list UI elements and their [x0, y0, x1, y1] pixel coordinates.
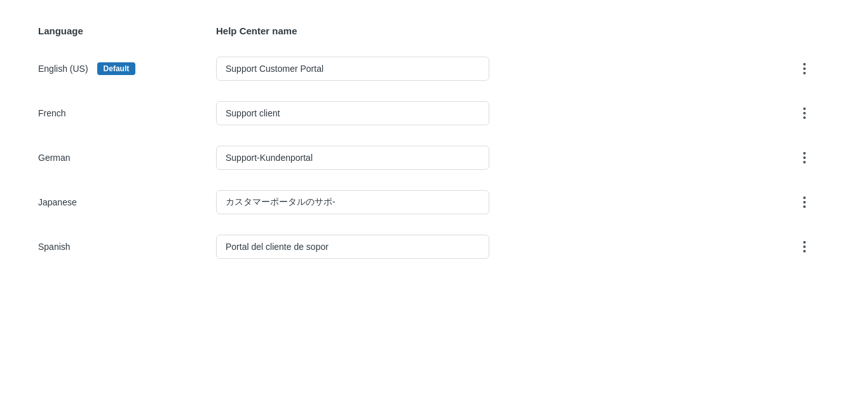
- name-input-cell-french: [216, 101, 792, 125]
- language-label-french: French: [38, 108, 66, 118]
- language-label-japanese: Japanese: [38, 197, 77, 207]
- table-header: Language Help Center name: [38, 25, 830, 36]
- actions-cell-german: [792, 148, 817, 167]
- ellipsis-dot: [803, 250, 806, 252]
- language-cell-german: German: [38, 153, 216, 163]
- name-input-spanish[interactable]: [216, 235, 489, 259]
- ellipsis-dot: [803, 201, 806, 203]
- name-input-cell-german: [216, 146, 792, 170]
- ellipsis-dot: [803, 112, 806, 114]
- ellipsis-dot: [803, 63, 806, 66]
- name-input-japanese[interactable]: [216, 190, 489, 214]
- actions-cell-french: [792, 104, 817, 123]
- more-options-button-english-us[interactable]: [799, 59, 810, 78]
- name-input-german[interactable]: [216, 146, 489, 170]
- actions-cell-spanish: [792, 237, 817, 256]
- ellipsis-dot: [803, 197, 806, 199]
- ellipsis-dot: [803, 156, 806, 159]
- help-center-name-column-header: Help Center name: [216, 25, 792, 36]
- ellipsis-dot: [803, 161, 806, 163]
- table-body: English (US)DefaultFrenchGermanJapaneseS…: [38, 57, 830, 259]
- language-label-english-us: English (US): [38, 64, 88, 74]
- language-cell-japanese: Japanese: [38, 197, 216, 207]
- name-input-cell-english-us: [216, 57, 792, 81]
- ellipsis-dot: [803, 107, 806, 110]
- table-row: German: [38, 146, 830, 170]
- language-column-header: Language: [38, 25, 216, 36]
- ellipsis-dot: [803, 152, 806, 155]
- language-cell-spanish: Spanish: [38, 242, 216, 252]
- more-options-button-german[interactable]: [799, 148, 810, 167]
- main-container: Language Help Center name English (US)De…: [0, 0, 868, 305]
- language-cell-french: French: [38, 108, 216, 118]
- ellipsis-dot: [803, 116, 806, 119]
- table-row: Spanish: [38, 235, 830, 259]
- ellipsis-dot: [803, 241, 806, 244]
- name-input-french[interactable]: [216, 101, 489, 125]
- name-input-cell-japanese: [216, 190, 792, 214]
- ellipsis-dot: [803, 67, 806, 70]
- ellipsis-dot: [803, 245, 806, 248]
- table-row: English (US)Default: [38, 57, 830, 81]
- ellipsis-dot: [803, 72, 806, 74]
- table-row: Japanese: [38, 190, 830, 214]
- actions-cell-english-us: [792, 59, 817, 78]
- more-options-button-spanish[interactable]: [799, 237, 810, 256]
- more-options-button-japanese[interactable]: [799, 193, 810, 212]
- name-input-english-us[interactable]: [216, 57, 489, 81]
- actions-cell-japanese: [792, 193, 817, 212]
- language-label-german: German: [38, 153, 71, 163]
- more-options-button-french[interactable]: [799, 104, 810, 123]
- language-cell-english-us: English (US)Default: [38, 62, 216, 75]
- name-input-cell-spanish: [216, 235, 792, 259]
- default-badge: Default: [97, 62, 136, 75]
- ellipsis-dot: [803, 205, 806, 208]
- language-label-spanish: Spanish: [38, 242, 71, 252]
- table-row: French: [38, 101, 830, 125]
